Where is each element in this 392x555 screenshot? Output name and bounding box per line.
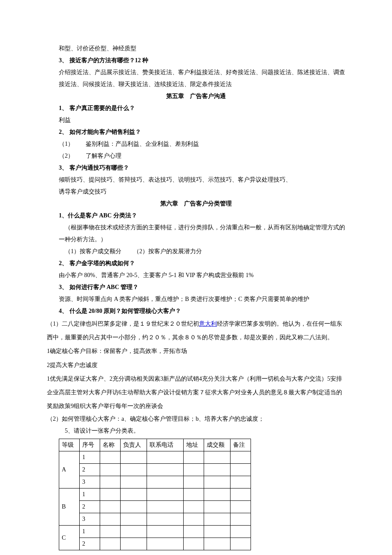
- table-row: 2: [59, 538, 251, 550]
- empty-cell: [147, 464, 184, 476]
- empty-cell: [184, 526, 204, 538]
- empty-cell: [231, 538, 251, 550]
- seq-cell: 2: [80, 464, 100, 476]
- empty-cell: [100, 538, 121, 550]
- empty-cell: [147, 476, 184, 489]
- empty-cell: [184, 513, 204, 526]
- empty-cell: [231, 513, 251, 526]
- ch6-a4-p2: 1确定核心客户目标：保留客户，提高效率，开拓市场: [47, 344, 345, 358]
- italy-link[interactable]: 意大利: [199, 321, 217, 327]
- ch5-a1: 利益: [47, 114, 345, 126]
- table-row: 3: [59, 513, 251, 526]
- empty-cell: [100, 464, 121, 476]
- ch6-a4-p5: （2）如何管理核心大客户：a、确定核心客户管理目标；b、培养大客户的忠诚度；: [47, 413, 345, 425]
- table-header-cell: 备注: [231, 439, 251, 451]
- empty-cell: [147, 526, 184, 538]
- empty-cell: [231, 526, 251, 538]
- ch6-q2: 2、 客户金字塔的构成如何？: [47, 257, 345, 269]
- empty-cell: [121, 464, 147, 476]
- table-header-cell: 负责人: [121, 439, 147, 451]
- ch5-q1: 1、 客户真正需要的是什么？: [47, 102, 345, 114]
- empty-cell: [121, 501, 147, 513]
- seq-cell: 1: [80, 451, 100, 464]
- empty-cell: [231, 451, 251, 464]
- empty-cell: [121, 489, 147, 501]
- empty-cell: [184, 451, 204, 464]
- empty-cell: [100, 489, 121, 501]
- grade-cell: C: [59, 526, 80, 550]
- table-row: 2: [59, 501, 251, 513]
- seq-cell: 1: [80, 526, 100, 538]
- ch6-a4-p1: （1）二八定律也叫巴莱多定律，是１９世纪末２０世纪初意大利经济学家巴莱多发明的。…: [47, 317, 345, 344]
- table-row: A1: [59, 451, 251, 464]
- ch5-q2: 2、 如何才能向客户销售利益？: [47, 126, 345, 138]
- empty-cell: [147, 489, 184, 501]
- empty-cell: [204, 464, 231, 476]
- seq-cell: 2: [80, 501, 100, 513]
- seq-cell: 3: [80, 513, 100, 526]
- empty-cell: [184, 501, 204, 513]
- ch5-a2-2: （2） 了解客户心理: [47, 150, 345, 162]
- empty-cell: [100, 451, 121, 464]
- empty-cell: [204, 526, 231, 538]
- empty-cell: [204, 513, 231, 526]
- empty-cell: [147, 513, 184, 526]
- table-header-cell: 名称: [100, 439, 121, 451]
- empty-cell: [204, 489, 231, 501]
- table-header-cell: 联系电话: [147, 439, 184, 451]
- table-row: B1: [59, 489, 251, 501]
- q3-body: 介绍接近法、产品展示接近法、赞美接近法、客户利益接近法、好奇接近法、问题接近法、…: [47, 66, 345, 90]
- empty-cell: [100, 476, 121, 489]
- ch5-a3-2: 诱导客户成交技巧: [47, 186, 345, 198]
- empty-cell: [204, 451, 231, 464]
- empty-cell: [121, 513, 147, 526]
- ch6-a4-p3: 2提高大客户忠诚度: [47, 358, 345, 372]
- empty-cell: [121, 526, 147, 538]
- seq-cell: 1: [80, 489, 100, 501]
- table-header-cell: 成交额: [204, 439, 231, 451]
- empty-cell: [147, 451, 184, 464]
- ch6-a4-p1-pre: （1）二八定律也叫巴莱多定律，是１９世纪末２０世纪初: [47, 321, 199, 327]
- empty-cell: [121, 476, 147, 489]
- empty-cell: [184, 538, 204, 550]
- empty-cell: [147, 501, 184, 513]
- ch6-a3: 资源、时间等重点向 A 类客户倾斜，重点维护；B 类进行次要维护；C 类客户只需…: [47, 293, 345, 305]
- table-row: 3: [59, 476, 251, 489]
- ch6-a4-p4: 1优先满足保证大客户、2充分调动相关因素3新产品的试销4充分关注大客户（利用一切…: [47, 372, 345, 413]
- grade-cell: B: [59, 489, 80, 526]
- intro-line: 和型、讨价还价型、神经质型: [47, 43, 345, 55]
- empty-cell: [121, 451, 147, 464]
- empty-cell: [184, 489, 204, 501]
- empty-cell: [100, 501, 121, 513]
- chapter5-title: 第五章 广告客户沟通: [47, 90, 345, 102]
- empty-cell: [100, 513, 121, 526]
- ch5-q3: 3、 客户沟通技巧有哪些？: [47, 162, 345, 174]
- table-header-cell: 等级: [59, 439, 80, 451]
- empty-cell: [100, 526, 121, 538]
- empty-cell: [231, 476, 251, 489]
- seq-cell: 2: [80, 538, 100, 550]
- empty-cell: [231, 501, 251, 513]
- ch6-a1: （根据事物在技术或经济方面的主要特征，进行分类排队，分清重点和一般，从而有区别地…: [47, 222, 345, 246]
- empty-cell: [121, 538, 147, 550]
- ch6-q5: 5、请设计一张客户分类表。: [47, 425, 345, 437]
- table-header-cell: 地址: [184, 439, 204, 451]
- ch5-a2-1: （1） 鉴别利益：产品利益、企业利益、差别利益: [47, 138, 345, 150]
- table-header-cell: 序号: [80, 439, 100, 451]
- empty-cell: [204, 476, 231, 489]
- empty-cell: [184, 464, 204, 476]
- ch6-q3: 3、 如何进行客户 ABC 管理？: [47, 281, 345, 293]
- empty-cell: [204, 501, 231, 513]
- ch6-q4: 4、 什么是 20/80 原则？如何管理核心大客户？: [47, 305, 345, 317]
- empty-cell: [231, 489, 251, 501]
- ch6-a1-sub: （1）按客户成交额分 （2）按客户的发展潜力分: [47, 246, 345, 257]
- ch6-q1: 1、什么是客户 ABC 分类法？: [47, 210, 345, 222]
- empty-cell: [204, 538, 231, 550]
- table-row: C1: [59, 526, 251, 538]
- q3-title: 3、 接近客户的方法有哪些？12 种: [47, 55, 345, 66]
- seq-cell: 3: [80, 476, 100, 489]
- grade-cell: A: [59, 451, 80, 489]
- classification-table: 等级序号名称负责人联系电话地址成交额备注A123B123C12: [59, 439, 251, 550]
- empty-cell: [147, 538, 184, 550]
- ch6-a2: 由小客户 80%、普通客户 20-5、主要客户 5-1 和 VIP 客户构成营业…: [47, 269, 345, 281]
